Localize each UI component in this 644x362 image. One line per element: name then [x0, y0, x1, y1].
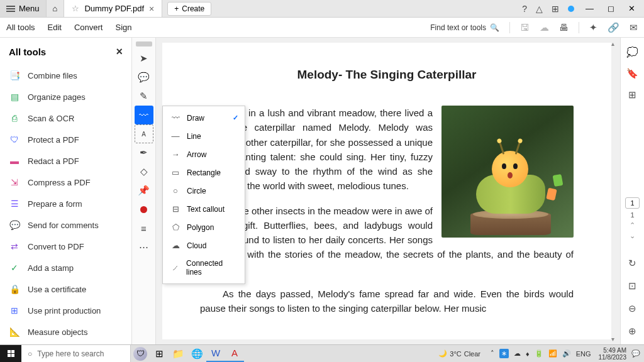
tool-item[interactable]: ▬Redact a PDF — [0, 150, 131, 172]
zoom-in-icon[interactable]: ⊕ — [626, 323, 639, 339]
convert-tab[interactable]: Convert — [74, 23, 103, 32]
scroll-up-icon[interactable]: ▴ — [611, 40, 618, 47]
tool-icon: 📐 — [9, 326, 20, 337]
tool-label: Add a stamp — [28, 263, 74, 273]
security-icon[interactable]: ♦ — [526, 350, 530, 358]
page-up-icon[interactable]: ⌃ — [630, 221, 635, 229]
taskbar-search[interactable]: ○ Type here to search — [21, 345, 131, 362]
volume-icon[interactable]: 🔊 — [562, 349, 571, 358]
edit-tab[interactable]: Edit — [48, 23, 62, 32]
text-tool[interactable]: A — [135, 124, 153, 143]
rotate-icon[interactable]: ↻ — [626, 255, 639, 272]
help-icon[interactable]: ? — [522, 4, 527, 14]
document-tab[interactable]: ☆ Dummy PDF.pdf × — [64, 0, 162, 17]
page-current-input[interactable]: 1 — [625, 197, 639, 209]
fit-width-icon[interactable]: ⊡ — [626, 278, 639, 294]
save-icon[interactable]: 🖫 — [520, 22, 530, 33]
app-shield[interactable]: 🛡 — [131, 345, 150, 362]
lines-tool[interactable]: ≡ — [135, 219, 153, 238]
page-down-icon[interactable]: ⌄ — [630, 232, 635, 240]
tool-item[interactable]: ▤Organize pages — [0, 86, 131, 107]
tool-item[interactable]: ⇲Compress a PDF — [0, 172, 131, 193]
start-button[interactable] — [0, 345, 21, 362]
scroll-down-icon[interactable]: ▾ — [611, 336, 618, 342]
tool-icon: ⊞ — [9, 305, 20, 316]
battery-icon[interactable]: 🔋 — [535, 349, 543, 358]
flyout-item[interactable]: ○Circle — [163, 182, 245, 200]
erase-tool[interactable]: ◇ — [135, 162, 153, 181]
shape-icon: ⟋ — [170, 263, 180, 273]
taskview-app[interactable]: ⊞ — [150, 345, 169, 362]
lang-indicator[interactable]: ENG — [576, 350, 591, 358]
tray-chevron-icon[interactable]: ˄ — [491, 349, 494, 358]
sign-tab[interactable]: Sign — [115, 23, 131, 32]
find-text-button[interactable]: Find text or tools 🔍 — [430, 23, 499, 32]
search-icon: ○ — [28, 349, 32, 358]
tool-item[interactable]: 📐Measure objects — [0, 321, 131, 343]
flyout-item[interactable]: —Line — [163, 127, 245, 145]
mail-icon[interactable]: ✉ — [630, 22, 638, 33]
tool-item[interactable]: ⇄Convert to PDF — [0, 236, 131, 257]
flyout-item[interactable]: ⟋Connected lines — [163, 255, 245, 281]
menu-button[interactable]: Menu — [0, 0, 46, 17]
chat-panel-icon[interactable]: 💭 — [624, 44, 641, 60]
more-tools[interactable]: ⋯ — [135, 238, 153, 256]
shape-icon: 〰 — [170, 113, 180, 123]
minimize-button[interactable]: — — [583, 1, 596, 16]
tool-item[interactable]: 💬Send for comments — [0, 214, 131, 236]
notifications-icon[interactable]: 💬 — [631, 349, 640, 358]
word-app[interactable]: W — [206, 345, 225, 362]
explorer-app[interactable]: 📁 — [169, 345, 187, 362]
tool-item[interactable]: 🛡Protect a PDF — [0, 129, 131, 150]
bookmark-panel-icon[interactable]: 🔖 — [624, 65, 641, 82]
close-button[interactable]: ✕ — [626, 1, 638, 16]
tool-icon: ▤ — [9, 91, 20, 102]
right-nav-panel: 💭 🔖 ⊞ 1 1 ⌃ ⌄ ↻ ⊡ ⊖ ⊕ — [620, 38, 644, 344]
windows-icon — [8, 350, 14, 357]
onedrive-icon[interactable]: ☁ — [514, 349, 521, 358]
link-icon[interactable]: 🔗 — [608, 22, 619, 33]
tab-close-icon[interactable]: × — [149, 4, 154, 14]
sidebar-header: All tools × — [0, 38, 131, 65]
weather-widget[interactable]: 🌙 3°C Clear — [438, 349, 480, 358]
flyout-item[interactable]: ☁Cloud — [163, 236, 245, 255]
tool-item[interactable]: 📑Combine files — [0, 65, 131, 86]
record-tool[interactable] — [135, 200, 153, 219]
maximize-button[interactable]: ◻ — [605, 1, 617, 16]
flyout-item[interactable]: ▭Rectangle — [163, 163, 245, 182]
clock[interactable]: 5:49 AM 11/8/2023 — [599, 347, 627, 361]
flyout-item[interactable]: ⊟Text callout — [163, 200, 245, 218]
flyout-item[interactable]: 〰Draw✓ — [163, 109, 245, 127]
thumbnails-panel-icon[interactable]: ⊞ — [626, 87, 639, 103]
ai-icon[interactable]: ✦ — [589, 22, 597, 33]
sign-tool[interactable]: ✒ — [135, 143, 153, 162]
tool-item[interactable]: ✓Add a stamp — [0, 257, 131, 278]
highlight-tool[interactable]: ✎ — [135, 87, 153, 106]
zoom-out-icon[interactable]: ⊖ — [626, 300, 639, 317]
drag-handle[interactable] — [136, 41, 152, 47]
comment-tool[interactable]: 💬 — [135, 68, 153, 87]
tool-item[interactable]: 🔒Use a certificate — [0, 278, 131, 300]
bell-icon[interactable]: △ — [536, 4, 543, 14]
tool-item[interactable]: ⊞Use print production — [0, 300, 131, 321]
flyout-item[interactable]: →Arrow — [163, 145, 245, 163]
tool-item[interactable]: ⎙Scan & OCR — [0, 107, 131, 129]
print-icon[interactable]: 🖶 — [559, 22, 569, 33]
all-tools-tab[interactable]: All tools — [6, 23, 35, 32]
flyout-item[interactable]: ⬠Polygon — [163, 218, 245, 236]
home-button[interactable]: ⌂ — [46, 0, 65, 17]
sidebar-close-icon[interactable]: × — [116, 45, 123, 58]
bluetooth-icon[interactable]: ∗ — [499, 349, 509, 358]
draw-tool[interactable]: 〰 — [135, 106, 153, 124]
tool-item[interactable]: ☰Prepare a form — [0, 193, 131, 214]
wifi-icon[interactable]: 📶 — [548, 349, 557, 358]
cloud-upload-icon[interactable]: ☁ — [540, 22, 549, 33]
pin-tool[interactable]: 📌 — [135, 181, 153, 200]
acrobat-app[interactable]: A — [225, 345, 244, 362]
grid-icon[interactable]: ⊞ — [552, 4, 559, 14]
taskbar-left: ○ Type here to search 🛡 ⊞ 📁 🌐 W A — [0, 345, 244, 362]
create-button[interactable]: + Create — [167, 2, 211, 16]
edge-app[interactable]: 🌐 — [187, 345, 206, 362]
select-tool[interactable]: ➤ — [135, 49, 153, 68]
account-icon[interactable] — [568, 6, 574, 12]
